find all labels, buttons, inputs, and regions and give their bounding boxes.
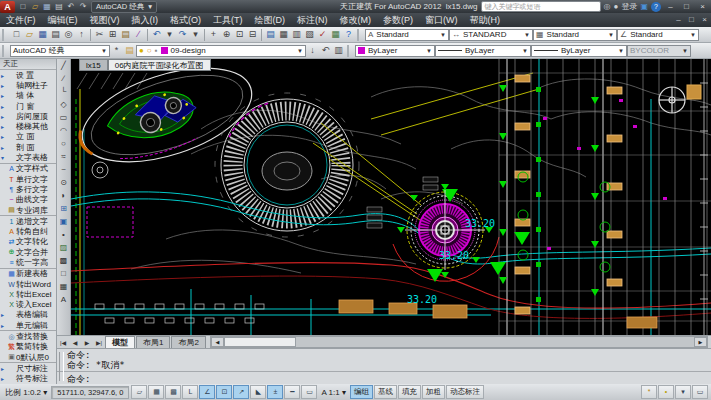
sidebar-item-text-merge[interactable]: ⊕ 文字合并 [0, 247, 56, 257]
scrollbar-thumb[interactable] [224, 337, 296, 347]
designcenter-icon[interactable]: ▦ [277, 28, 290, 41]
doc-close-button[interactable]: × [698, 15, 711, 25]
sidebar-item-word-library[interactable]: ▤ 专业词库 [0, 205, 56, 215]
polyline-icon[interactable]: └ [58, 86, 70, 98]
dim-style-combo[interactable]: ↔ STANDARD ▼ [449, 29, 533, 41]
model-tab[interactable]: 模型 [105, 336, 135, 348]
redo-icon[interactable]: ↷ [77, 1, 89, 12]
sidebar-item-table-edit[interactable]: ▸ 表格编辑 [0, 310, 56, 320]
help-icon[interactable]: ? [651, 2, 661, 12]
menu-draw[interactable]: 绘图(D) [249, 13, 292, 27]
tool-palettes-icon[interactable]: ▥ [290, 28, 303, 41]
hatch-icon[interactable]: ▨ [58, 242, 70, 254]
sidebar-item-wall[interactable]: ▸ 墙 体 [0, 91, 56, 101]
sidebar-item-axis-grid[interactable]: ▸ 轴网柱子 [0, 80, 56, 90]
qp-button[interactable]: ▭ [301, 385, 317, 399]
sidebar-item-text-table[interactable]: ▾ 文字表格 [0, 152, 56, 162]
make-block-icon[interactable]: ▣ [58, 216, 70, 228]
polar-button[interactable]: ∠ [199, 385, 215, 399]
close-button[interactable]: × [696, 2, 709, 12]
sidebar-item-door-window[interactable]: ▸ 门 窗 [0, 101, 56, 111]
save-icon[interactable]: ▦ [41, 1, 53, 12]
toolbar-grip[interactable] [2, 29, 8, 41]
sidebar-item-default-layer[interactable]: ▣ 0默认层0 [0, 352, 56, 362]
circle-icon[interactable]: ○ [58, 138, 70, 150]
color-combo[interactable]: ByLayer ▼ [355, 45, 435, 57]
sidebar-item-cell-edit[interactable]: ▸ 单元编辑 [0, 320, 56, 330]
lineweight-combo[interactable]: ByLayer ▼ [531, 45, 627, 57]
ellipse-arc-icon[interactable]: ◗ [58, 190, 70, 202]
fill-toggle[interactable]: 填充 [398, 385, 421, 399]
sidebar-item-unify-height[interactable]: ≡ 统一字高 [0, 257, 56, 267]
toolbar-grip[interactable] [2, 45, 8, 57]
sidebar-item-single-text[interactable]: T 单行文字 [0, 174, 56, 184]
pan-icon[interactable]: + [207, 28, 220, 41]
otrack-button[interactable]: ↗ [233, 385, 249, 399]
layer-previous-icon[interactable]: ↶ [319, 44, 332, 57]
layer-states-icon[interactable]: ▥ [332, 44, 345, 57]
toolbar-lock-icon[interactable]: • [658, 385, 674, 399]
layer-combo[interactable]: ● ○ ▪ 09-design ▼ [136, 45, 306, 57]
exchange-apps-icon[interactable]: ▣ [640, 2, 648, 12]
toolbar-icon[interactable] [261, 29, 262, 41]
line-icon[interactable]: ╱ [58, 60, 70, 72]
text-style-combo[interactable]: A Standard ▼ [365, 29, 449, 41]
quickcalc-icon[interactable]: ▦ [329, 28, 342, 41]
scroll-right-icon[interactable]: ▶ [694, 337, 707, 347]
infer-constraints-button[interactable]: ▱ [131, 385, 147, 399]
qnew-icon[interactable]: □ [17, 1, 29, 12]
layout1-tab[interactable]: 布局1 [136, 336, 170, 348]
scroll-left-icon[interactable]: ◀ [211, 337, 224, 347]
user-icon[interactable]: ● [614, 2, 619, 12]
undo-icon[interactable]: ↶ [65, 1, 77, 12]
gradient-icon[interactable]: ▩ [58, 255, 70, 267]
sidebar-item-find-replace[interactable]: ◎ 查找替换 [0, 330, 56, 341]
workspace-switch-icon[interactable]: * [641, 385, 657, 399]
toolbar-grip[interactable] [347, 45, 353, 57]
status-menu-arrow-icon[interactable]: ▾ [675, 385, 691, 399]
sidebar-item-increment-text[interactable]: 1 递增文字 [0, 215, 56, 226]
restore-button[interactable]: □ [680, 2, 693, 12]
match-properties-icon[interactable]: ∕ [132, 28, 145, 41]
infocenter-search-input[interactable]: 键入关键字或短语 [481, 1, 601, 12]
osnap-button[interactable]: ⊡ [216, 385, 232, 399]
sidebar-item-trad-simp[interactable]: 繁 繁简转换 [0, 342, 56, 352]
next-tab-button[interactable]: ▶ [81, 339, 93, 346]
sidebar-item-symbol[interactable]: ▸ 符号标注 [0, 374, 56, 384]
screen-menu-header[interactable]: 天正 [0, 59, 56, 70]
menu-dimension[interactable]: 标注(N) [291, 13, 334, 27]
open-icon[interactable]: ▱ [23, 28, 36, 41]
prev-tab-button[interactable]: ◀ [69, 339, 81, 346]
markup-icon[interactable]: ✓ [316, 28, 329, 41]
sidebar-item-elevation[interactable]: ▸ 立 面 [0, 132, 56, 142]
sidebar-item-mtext[interactable]: ¶ 多行文字 [0, 184, 56, 194]
group-toggle[interactable]: 编组 [350, 385, 373, 399]
workspace-selector[interactable]: AutoCAD 经典 ▾ [91, 1, 157, 13]
clean-screen-icon[interactable]: ▭ [692, 385, 708, 399]
ortho-button[interactable]: L [182, 385, 198, 399]
properties-icon[interactable]: ▤ [264, 28, 277, 41]
revcloud-icon[interactable]: ≈ [58, 151, 70, 163]
sidebar-item-text-style[interactable]: A 文字样式 [0, 163, 56, 174]
zoom-window-icon[interactable]: ⊡ [233, 28, 246, 41]
horizontal-scrollbar[interactable]: ◀ ▶ [210, 336, 708, 348]
make-object-layer-current-icon[interactable]: ↓ [306, 44, 319, 57]
toolbar-grip[interactable] [357, 29, 363, 41]
ducs-button[interactable]: ◣ [250, 385, 266, 399]
linetype-combo[interactable]: ByLayer ▼ [435, 45, 531, 57]
toolbar-icon[interactable] [90, 29, 91, 41]
sidebar-item-curve-text[interactable]: ~ 曲线文字 [0, 195, 56, 205]
help-icon[interactable]: ? [342, 28, 355, 41]
redo-list-icon[interactable]: ▾ [189, 28, 202, 41]
sidebar-item-room-roof[interactable]: ▸ 房间屋顶 [0, 111, 56, 121]
menu-tools[interactable]: 工具(T) [207, 13, 249, 27]
open-icon[interactable]: ▱ [29, 1, 41, 12]
last-tab-button[interactable]: ▶| [93, 339, 105, 346]
menu-help[interactable]: 帮助(H) [464, 13, 507, 27]
menu-parametric[interactable]: 参数(P) [377, 13, 419, 27]
menu-insert[interactable]: 插入(I) [126, 13, 165, 27]
command-window-grip[interactable] [59, 352, 64, 381]
sidebar-item-to-excel[interactable]: X 转出Excel [0, 289, 56, 299]
xline-icon[interactable]: ∕ [58, 73, 70, 85]
point-icon[interactable]: • [58, 229, 70, 241]
